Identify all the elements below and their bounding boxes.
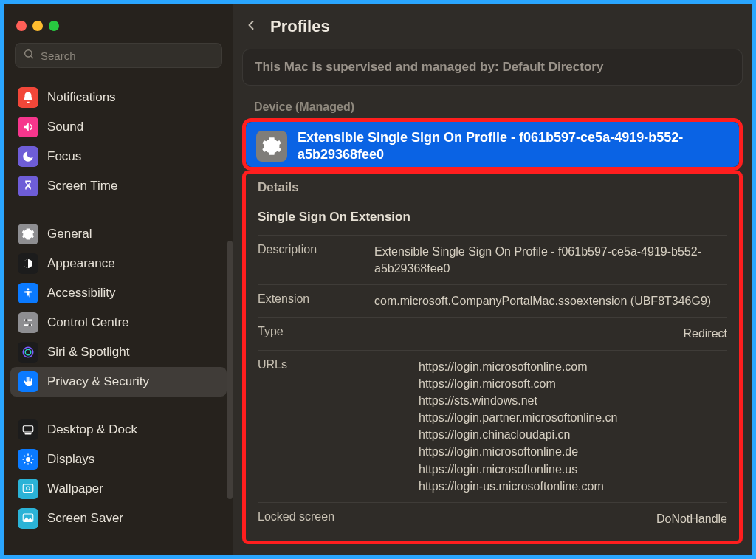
row-urls: URLs https://login.microsoftonline.comht… xyxy=(258,350,727,503)
url-entry: https://login-us.microsoftonline.com xyxy=(419,478,727,495)
sidebar-item-label: Notifications xyxy=(47,90,116,105)
sidebar: Notifications Sound Focus Screen Time xyxy=(4,4,233,555)
brightness-icon xyxy=(18,449,38,470)
details-title: Single Sign On Extension xyxy=(258,205,727,235)
sidebar-item-appearance[interactable]: Appearance xyxy=(10,249,227,278)
extension-key: Extension xyxy=(258,292,374,309)
content-pane: Profiles This Mac is supervised and mana… xyxy=(233,4,752,555)
url-entry: https://login.microsoftonline.de xyxy=(419,443,727,460)
svg-point-3 xyxy=(27,288,30,290)
row-description: Description Extensible Single Sign On Pr… xyxy=(258,235,727,284)
svg-line-1 xyxy=(31,56,33,58)
sidebar-item-control-centre[interactable]: Control Centre xyxy=(10,308,227,337)
profile-name: Extensible Single Sign On Profile - f061… xyxy=(298,129,729,164)
url-entry: https://login.microsoft.com xyxy=(419,375,727,392)
sidebar-item-label: Focus xyxy=(47,149,81,164)
hand-icon xyxy=(18,371,38,392)
sidebar-item-label: Displays xyxy=(47,452,94,467)
profile-row[interactable]: Extensible Single Sign On Profile - f061… xyxy=(246,122,739,167)
svg-line-18 xyxy=(31,462,32,464)
svg-line-19 xyxy=(24,462,26,464)
sidebar-item-label: Wallpaper xyxy=(47,481,103,496)
sidebar-item-screen-time[interactable]: Screen Time xyxy=(10,171,227,201)
hourglass-icon xyxy=(18,176,38,196)
supervision-banner: This Mac is supervised and managed by: D… xyxy=(242,49,743,86)
sidebar-item-label: Desktop & Dock xyxy=(47,422,137,437)
sidebar-item-accessibility[interactable]: Accessibility xyxy=(10,278,227,308)
minimize-window-button[interactable] xyxy=(32,21,43,31)
close-window-button[interactable] xyxy=(16,21,27,31)
url-entry: https://login.chinacloudapi.cn xyxy=(419,426,727,443)
search-icon xyxy=(23,48,35,63)
window-controls xyxy=(4,10,233,38)
wallpaper-icon xyxy=(18,479,38,499)
svg-rect-5 xyxy=(24,324,32,326)
fullscreen-window-button[interactable] xyxy=(49,21,59,31)
url-entry: https://login.partner.microsoftonline.cn xyxy=(419,409,727,426)
svg-line-17 xyxy=(24,456,26,457)
screensaver-icon xyxy=(18,508,38,529)
svg-point-8 xyxy=(23,347,33,357)
sidebar-item-siri-spotlight[interactable]: Siri & Spotlight xyxy=(10,337,227,367)
svg-line-20 xyxy=(31,456,32,457)
type-key: Type xyxy=(258,325,374,342)
locked-key: Locked screen xyxy=(258,510,374,527)
svg-rect-10 xyxy=(23,426,33,432)
svg-point-12 xyxy=(26,457,30,462)
row-extension: Extension com.microsoft.CompanyPortalMac… xyxy=(258,284,727,317)
urls-list: https://login.microsoftonline.comhttps:/… xyxy=(374,358,727,495)
search-box[interactable] xyxy=(15,43,222,68)
svg-rect-21 xyxy=(23,484,33,493)
description-key: Description xyxy=(258,243,374,277)
supervision-text: This Mac is supervised and managed by: D… xyxy=(255,60,603,74)
sidebar-item-label: Privacy & Security xyxy=(47,374,149,389)
sidebar-item-label: General xyxy=(47,227,92,241)
sidebar-item-focus[interactable]: Focus xyxy=(10,142,227,171)
svg-rect-11 xyxy=(25,433,32,435)
svg-point-22 xyxy=(27,487,30,490)
sidebar-item-sound[interactable]: Sound xyxy=(10,112,227,142)
gear-icon xyxy=(18,224,38,244)
sidebar-item-screen-saver[interactable]: Screen Saver xyxy=(10,504,227,533)
svg-point-0 xyxy=(25,50,32,57)
row-locked-screen: Locked screen DoNotHandle xyxy=(258,502,727,535)
sidebar-item-label: Screen Saver xyxy=(47,511,123,526)
sidebar-item-label: Appearance xyxy=(47,256,115,271)
dock-icon xyxy=(18,419,38,440)
svg-point-7 xyxy=(28,324,31,327)
sliders-icon xyxy=(18,312,38,333)
url-entry: https://login.microsoftonline.com xyxy=(419,358,727,375)
url-entry: https://sts.windows.net xyxy=(419,392,727,409)
accessibility-icon xyxy=(18,283,38,303)
row-type: Type Redirect xyxy=(258,317,727,349)
appearance-icon xyxy=(18,253,38,274)
type-value: Redirect xyxy=(374,325,727,342)
sidebar-item-wallpaper[interactable]: Wallpaper xyxy=(10,474,227,504)
sidebar-item-general[interactable]: General xyxy=(10,219,227,249)
speaker-icon xyxy=(18,117,38,137)
section-device-managed: Device (Managed) xyxy=(242,96,743,118)
sidebar-item-label: Siri & Spotlight xyxy=(47,345,130,360)
sidebar-item-label: Screen Time xyxy=(47,179,117,193)
sidebar-item-notifications[interactable]: Notifications xyxy=(10,83,227,112)
page-title: Profiles xyxy=(270,17,330,36)
search-input[interactable] xyxy=(41,49,214,62)
profile-gear-icon xyxy=(256,131,287,162)
sidebar-item-privacy-security[interactable]: Privacy & Security xyxy=(10,367,227,397)
svg-point-9 xyxy=(25,349,31,355)
moon-icon xyxy=(18,146,38,167)
url-entry: https://login.microsoftonline.us xyxy=(419,461,727,478)
svg-point-6 xyxy=(25,319,28,322)
bell-icon xyxy=(18,87,38,108)
highlight-profile: Extensible Single Sign On Profile - f061… xyxy=(242,118,743,171)
urls-key: URLs xyxy=(258,358,374,495)
extension-value: com.microsoft.CompanyPortalMac.ssoextens… xyxy=(374,292,727,309)
sidebar-item-displays[interactable]: Displays xyxy=(10,445,227,474)
sidebar-item-desktop-dock[interactable]: Desktop & Dock xyxy=(10,415,227,445)
sidebar-item-label: Sound xyxy=(47,120,83,134)
back-button[interactable] xyxy=(244,18,258,35)
locked-value: DoNotHandle xyxy=(374,510,727,527)
sidebar-scrollbar[interactable] xyxy=(227,241,233,499)
description-value: Extensible Single Sign On Profile - f061… xyxy=(374,243,727,277)
sidebar-item-label: Control Centre xyxy=(47,315,129,330)
